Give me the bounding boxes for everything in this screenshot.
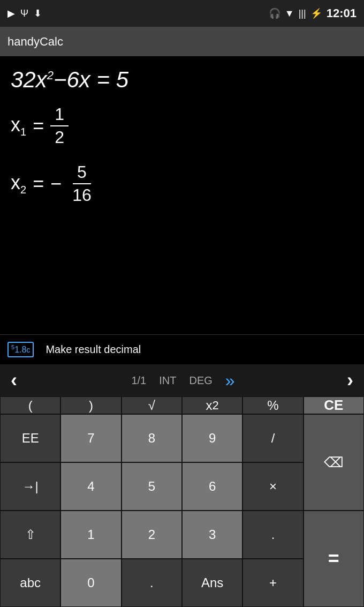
wifi-icon: ▼ [285, 8, 294, 19]
key-x-squared[interactable]: x2 [182, 396, 242, 414]
status-left-icons: ▶ Ψ ⬇ [7, 8, 42, 19]
key-divide[interactable]: / [242, 414, 303, 462]
usb-icon: Ψ [20, 8, 28, 19]
download-icon: ⬇ [34, 8, 42, 19]
display-area: 32x2−6x = 5 x1 = 1 2 x2 = − 5 16 [0, 56, 364, 334]
nav-center: 1/1 INT DEG » [22, 371, 342, 391]
keyboard-rows23: EE 7 8 9 / →| 4 5 6 × ⌫ [0, 414, 364, 511]
status-right-icons: 🎧 ▼ ||| ⚡ 12:01 [269, 6, 357, 20]
nav-mode-deg[interactable]: DEG [189, 374, 212, 387]
nav-page: 1/1 [131, 374, 146, 387]
toolbar-hint-text: Make result decimal [46, 343, 141, 356]
nav-fast-forward-icon[interactable]: » [225, 371, 233, 391]
key-shift[interactable]: ⇧ [0, 511, 60, 559]
keyboard-rows45: ⇧ 1 2 3 . abc 0 . Ans + = [0, 511, 364, 607]
status-time: 12:01 [327, 6, 357, 20]
result2-variable: x2 [11, 171, 26, 196]
key-equals[interactable]: = [304, 511, 364, 607]
signal-icon: ||| [299, 8, 306, 19]
result2-denominator: 16 [68, 184, 96, 206]
key-backspace[interactable]: ⌫ [304, 414, 364, 511]
app-title: handyCalc [7, 35, 63, 49]
result1-fraction: 1 2 [50, 103, 69, 148]
key-multiply[interactable]: × [242, 462, 303, 511]
nav-right-button[interactable]: › [342, 369, 359, 392]
toolbar-row: 51.8c Make result decimal [0, 334, 364, 364]
key-0[interactable]: 0 [60, 559, 121, 607]
keyboard-equals-container: = [304, 511, 364, 607]
key-tab[interactable]: →| [0, 462, 60, 511]
equation-display: 32x2−6x = 5 [11, 67, 353, 93]
key-1[interactable]: 1 [60, 511, 121, 559]
result2-numerator: 5 [73, 161, 91, 184]
key-ans[interactable]: Ans [182, 559, 242, 607]
result2-sign: − [50, 173, 62, 195]
keyboard-backspace-container: ⌫ [304, 414, 364, 511]
key-ee[interactable]: EE [0, 414, 60, 462]
result1-line: x1 = 1 2 [11, 103, 353, 148]
key-4[interactable]: 4 [60, 462, 121, 511]
nav-mode-int[interactable]: INT [159, 374, 176, 387]
play-icon: ▶ [7, 8, 15, 19]
key-close-paren[interactable]: ) [60, 396, 121, 414]
result1-numerator: 1 [50, 103, 69, 126]
key-7[interactable]: 7 [60, 414, 121, 462]
key-abc[interactable]: abc [0, 559, 60, 607]
decimal-icon-container: 51.8c [7, 342, 34, 357]
result2-equals: = [33, 173, 44, 195]
key-8[interactable]: 8 [122, 414, 182, 462]
keyboard-rows45-main: ⇧ 1 2 3 . abc 0 . Ans + [0, 511, 304, 607]
key-dot-row5[interactable]: . [122, 559, 182, 607]
decimal-mode-icon[interactable]: 51.8c [7, 342, 34, 357]
title-bar: handyCalc [0, 27, 364, 56]
result2-line: x2 = − 5 16 [11, 161, 353, 206]
key-2[interactable]: 2 [122, 511, 182, 559]
result1-variable: x1 [11, 114, 26, 138]
result2-fraction: 5 16 [68, 161, 96, 206]
key-open-paren[interactable]: ( [0, 396, 60, 414]
key-9[interactable]: 9 [182, 414, 242, 462]
key-5[interactable]: 5 [122, 462, 182, 511]
key-3[interactable]: 3 [182, 511, 242, 559]
result1-equals: = [33, 115, 44, 137]
result2-block: x2 = − 5 16 [11, 161, 353, 206]
nav-left-button[interactable]: ‹ [5, 369, 22, 392]
key-ce[interactable]: CE [304, 396, 364, 414]
result1-denominator: 2 [50, 126, 69, 148]
key-plus[interactable]: + [242, 559, 303, 607]
headphone-icon: 🎧 [269, 8, 280, 19]
result1-block: x1 = 1 2 [11, 103, 353, 148]
keyboard-rows23-main: EE 7 8 9 / →| 4 5 6 × [0, 414, 304, 511]
battery-icon: ⚡ [310, 8, 322, 19]
nav-row: ‹ 1/1 INT DEG » › [0, 364, 364, 396]
keyboard-row1: ( ) √ x2 % CE [0, 396, 364, 414]
key-sqrt[interactable]: √ [122, 396, 182, 414]
key-dot-row4[interactable]: . [242, 511, 303, 559]
status-bar: ▶ Ψ ⬇ 🎧 ▼ ||| ⚡ 12:01 [0, 0, 364, 27]
key-percent[interactable]: % [242, 396, 303, 414]
keyboard: ( ) √ x2 % CE EE 7 8 9 / →| 4 5 6 × ⌫ ⇧ [0, 396, 364, 607]
key-6[interactable]: 6 [182, 462, 242, 511]
